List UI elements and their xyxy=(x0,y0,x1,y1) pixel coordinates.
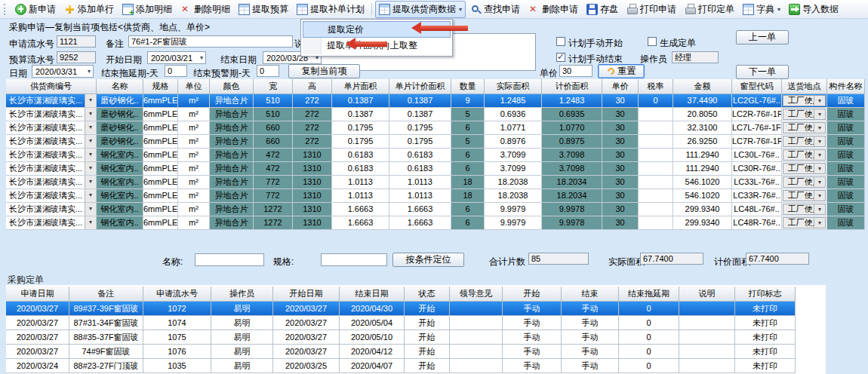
toolbar-button-find-request[interactable]: 查找申请 xyxy=(466,1,524,18)
supplier-cell[interactable]: 长沙市潇湘玻璃实...▾ xyxy=(6,162,97,176)
orders-row[interactable]: 2020/03/2774#9F窗固玻1076易明2020/03/272020/0… xyxy=(6,345,796,359)
prev-order-button[interactable]: 上一单 xyxy=(736,30,789,44)
toolbar-button-delete-detail[interactable]: 删除明细 xyxy=(177,1,234,18)
supplier-cell[interactable]: 长沙市潇湘玻璃实...▾ xyxy=(6,176,97,189)
supplier-cell[interactable]: 长沙市潇湘玻璃实...▾ xyxy=(6,121,97,135)
chevron-down-icon[interactable]: ▾ xyxy=(814,123,825,133)
orders-row[interactable]: 2020/03/2787#31-34F窗固玻1074易明2020/03/2720… xyxy=(6,316,796,330)
orders-header-4[interactable]: 开始日期 xyxy=(273,287,340,302)
grid-header-0[interactable]: 供货商编号 xyxy=(6,79,97,94)
total-pieces-field[interactable] xyxy=(528,253,589,265)
grid-header-9[interactable]: 数量 xyxy=(451,79,485,94)
orders-header-11[interactable]: 说明 xyxy=(679,287,735,302)
grid-row[interactable]: 长沙市潇湘玻璃实...▾钢化室内..6mmPLE..m²异地合片12721310… xyxy=(6,203,865,216)
orders-header-5[interactable]: 结束日期 xyxy=(340,287,405,302)
operator-field[interactable] xyxy=(672,51,719,63)
supplier-cell[interactable]: 长沙市潇湘玻璃实...▾ xyxy=(6,149,97,162)
toolbar-button-delete-request[interactable]: 删除申请 xyxy=(525,1,582,18)
chevron-down-icon[interactable]: ▾ xyxy=(85,149,96,161)
grid-header-1[interactable]: 名称 xyxy=(97,79,143,94)
toolbar-button-extract-budget[interactable]: 提取预算 xyxy=(235,1,292,18)
orders-header-9[interactable]: 结束 xyxy=(562,287,619,302)
grid-row[interactable]: 长沙市潇湘玻璃实...▾钢化室内..6mmPLE..m²异地合片47213100… xyxy=(6,162,865,176)
filter-spec-input[interactable] xyxy=(321,253,387,266)
toolbar-button-extract-supplier-data[interactable]: 提取供货商数据▾ xyxy=(375,1,466,18)
grid-row[interactable]: 长沙市潇湘玻璃实...▾钢化室内..6mmPLE..m²异地合片77213101… xyxy=(6,176,865,189)
orders-row[interactable]: 2020/03/2788#35-37F窗固玻1075易明2020/03/2720… xyxy=(6,330,796,345)
grid-header-13[interactable]: 税率 xyxy=(639,79,673,94)
toolbar-button-import-data[interactable]: 导入数据 xyxy=(785,1,842,18)
budget-no-field[interactable] xyxy=(57,51,96,63)
chevron-down-icon[interactable]: ▾ xyxy=(814,191,825,201)
delivery-combo[interactable]: 工厂使用▾ xyxy=(783,204,826,215)
grid-header-3[interactable]: 单位 xyxy=(178,79,210,94)
chevron-down-icon[interactable]: ▾ xyxy=(85,135,96,148)
grid-row[interactable]: 长沙市潇湘玻璃实...▾钢化室内..6mmPLE..m²异地合片77213101… xyxy=(6,189,865,203)
chevron-down-icon[interactable]: ▾ xyxy=(814,96,825,106)
grid-header-14[interactable]: 金额 xyxy=(673,79,732,94)
grid-row[interactable]: 长沙市潇湘玻璃实...▾磨砂钢化..6mmPLE..m²异地合片6602720.… xyxy=(6,135,865,149)
delivery-combo[interactable]: 工厂使用▾ xyxy=(783,95,826,106)
grid-header-8[interactable]: 单片计价面积 xyxy=(389,79,451,94)
grid-header-11[interactable]: 计价面积 xyxy=(542,79,602,94)
delivery-combo[interactable]: 工厂使用▾ xyxy=(783,122,826,133)
orders-header-1[interactable]: 备注 xyxy=(69,287,143,302)
unit-price-field[interactable] xyxy=(559,65,593,77)
orders-header-3[interactable]: 操作员 xyxy=(211,287,273,302)
grid-header-4[interactable]: 颜色 xyxy=(210,79,254,94)
toolbar-button-new-request[interactable]: 新申请 xyxy=(11,1,60,18)
filter-name-input[interactable] xyxy=(195,253,264,266)
orders-header-12[interactable]: 打印标志 xyxy=(735,287,796,302)
checkbox-generate-order[interactable] xyxy=(648,37,657,46)
grid-row[interactable]: 长沙市潇湘玻璃实...▾钢化室内..6mmPLE..m²异地合片12721310… xyxy=(6,216,865,230)
copy-current-button[interactable]: 复制当前项 xyxy=(288,64,360,78)
start-date-select[interactable]: 2020/03/21 ▾ xyxy=(147,51,206,64)
orders-row[interactable]: 2020/03/2789#37-39F窗固玻1072易明2020/03/2720… xyxy=(6,302,796,316)
chevron-down-icon[interactable]: ▾ xyxy=(85,176,96,189)
orders-header-7[interactable]: 领导意见 xyxy=(450,287,503,302)
delivery-combo[interactable]: 工厂使用▾ xyxy=(783,149,826,161)
chevron-down-icon[interactable]: ▾ xyxy=(814,109,825,119)
supplier-cell[interactable]: 长沙市潇湘玻璃实...▾ xyxy=(6,135,97,149)
supplier-cell[interactable]: 长沙市潇湘玻璃实...▾ xyxy=(6,203,97,216)
chevron-down-icon[interactable]: ▾ xyxy=(814,164,825,173)
next-order-button[interactable]: 下一单 xyxy=(736,65,789,79)
delivery-combo[interactable]: 工厂使用▾ xyxy=(783,176,826,188)
toolbar-button-extract-supplement-plan[interactable]: 提取补单计划 xyxy=(293,1,368,18)
grid-header-17[interactable]: 构件名称 xyxy=(827,79,865,94)
toolbar-button-add-detail[interactable]: 添加明细 xyxy=(119,1,176,18)
delivery-combo[interactable]: 工厂使用▾ xyxy=(783,190,826,201)
grid-row[interactable]: 长沙市潇湘玻璃实...▾磨砂钢化..6mmPLE..m²异地合片5102720.… xyxy=(6,108,865,121)
grid-header-2[interactable]: 规格 xyxy=(143,79,178,94)
chevron-down-icon[interactable]: ▾ xyxy=(85,121,96,134)
delivery-combo[interactable]: 工厂使用▾ xyxy=(783,217,826,228)
toolbar-button-dictionary[interactable]: 字典▾ xyxy=(739,1,784,18)
chevron-down-icon[interactable]: ▾ xyxy=(85,162,96,175)
chevron-down-icon[interactable]: ▾ xyxy=(814,136,825,146)
grid-header-7[interactable]: 单片面积 xyxy=(332,79,389,94)
chevron-down-icon[interactable]: ▾ xyxy=(85,216,96,229)
supplier-cell[interactable]: 长沙市潇湘玻璃实...▾ xyxy=(6,216,97,230)
remark-field[interactable] xyxy=(128,35,293,48)
supplier-cell[interactable]: 长沙市潇湘玻璃实...▾ xyxy=(6,189,97,203)
toolbar-button-save[interactable]: 存盘 xyxy=(583,1,622,18)
chevron-down-icon[interactable]: ▾ xyxy=(85,108,96,121)
date-select[interactable]: 2020/03/31 ▾ xyxy=(32,65,94,78)
supplier-cell[interactable]: 长沙市潇湘玻璃实...▾ xyxy=(6,94,97,108)
grid-header-12[interactable]: 单价 xyxy=(602,79,639,94)
chevron-down-icon[interactable]: ▾ xyxy=(814,218,825,228)
end-warn-field[interactable] xyxy=(257,65,279,77)
toolbar-button-print-request[interactable]: 打印申请 xyxy=(623,1,680,18)
grid-header-16[interactable]: 送货地点 xyxy=(782,79,827,94)
grid-header-10[interactable]: 实际面积 xyxy=(485,79,542,94)
chevron-down-icon[interactable]: ▾ xyxy=(814,204,825,214)
orders-header-10[interactable]: 结束拖延期 xyxy=(619,287,679,302)
toolbar-button-print-order[interactable]: 打印定单 xyxy=(681,1,738,18)
orders-header-2[interactable]: 申请流水号 xyxy=(143,287,211,302)
chevron-down-icon[interactable]: ▾ xyxy=(85,189,96,202)
grid-header-15[interactable]: 窗型代码 xyxy=(732,79,782,94)
checkbox-plan-manual-end[interactable] xyxy=(556,53,565,62)
end-delay-field[interactable] xyxy=(165,65,187,77)
grid-header-5[interactable]: 宽 xyxy=(254,79,293,94)
chevron-down-icon[interactable]: ▾ xyxy=(814,177,825,187)
